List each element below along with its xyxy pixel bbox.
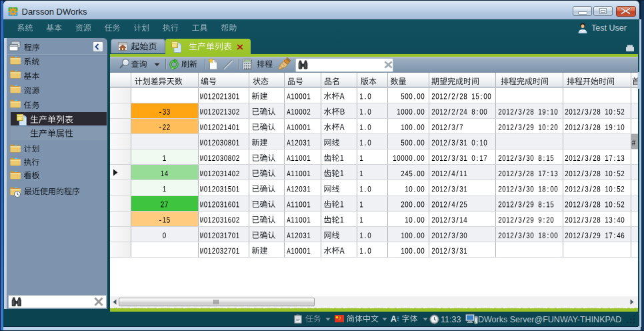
svg-text:A: A — [391, 314, 397, 324]
